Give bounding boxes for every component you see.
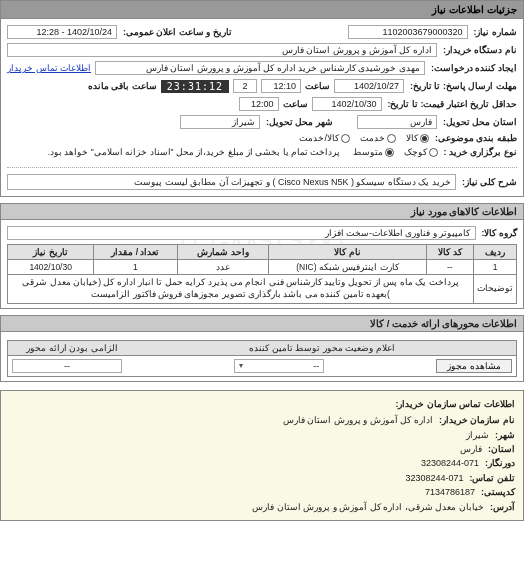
cell-code: -- — [426, 260, 473, 275]
purchase-type-label: نوع برگزاری خرید : — [442, 147, 518, 157]
radio-medium[interactable]: متوسط — [353, 147, 394, 157]
contact-phone-label: تلفن تماس: — [468, 471, 516, 485]
radio-goods[interactable]: کالا — [406, 133, 429, 143]
view-license-button[interactable]: مشاهده مجوز — [436, 359, 512, 373]
radio-service-label: خدمت — [360, 133, 385, 143]
contact-fax-label: دورنگار: — [483, 456, 515, 470]
buyer-contact-link[interactable]: اطلاعات تماس خریدار — [7, 63, 91, 73]
category-label: طبقه بندی موضوعی: — [433, 133, 517, 143]
purchase-radio-group: کوچک متوسط — [353, 147, 438, 157]
cell-qty: 1 — [94, 260, 177, 275]
contact-addr-value: خیابان معدل شرقی، اداره کل آموزش و پرورش… — [252, 500, 484, 514]
summary-label: شرح کلی نیاز: — [460, 177, 517, 187]
contact-fax-value: 32308244-071 — [421, 456, 479, 470]
announce-value: 1402/10/24 - 12:28 — [7, 25, 117, 39]
section-axes-header: اطلاعات محورهای ارائه خدمت / کالا — [0, 315, 524, 332]
time-label-2: ساعت — [283, 99, 308, 109]
cell-row: 1 — [474, 260, 517, 275]
radio-dot-icon — [429, 148, 438, 157]
radio-service[interactable]: خدمت — [360, 133, 396, 143]
city-value: شیراز — [180, 115, 260, 129]
axes-mandatory-text: -- — [64, 361, 70, 371]
contact-prov-value: فارس — [460, 442, 482, 456]
section-goods-header: اطلاعات کالاهای مورد نیاز — [0, 203, 524, 220]
radio-dot-icon — [385, 148, 394, 157]
axes-table-header: اعلام وضعیت محور توسط تامین کننده الزامی… — [7, 340, 517, 356]
buyer-contact-box: اطلاعات تماس سازمان خریدار: نام سازمان خ… — [0, 390, 524, 521]
axes-mandatory-value: -- — [12, 359, 122, 373]
category-radio-group: کالا خدمت کالا/خدمت — [299, 133, 429, 143]
axes-status-select[interactable]: -- ▾ — [234, 359, 324, 373]
contact-addr-label: آدرس: — [488, 500, 515, 514]
axes-status-col: اعلام وضعیت محور توسط تامین کننده — [132, 343, 512, 353]
city-label: شهر محل تحویل: — [264, 117, 333, 127]
col-need-date: تاریخ نیاز — [8, 245, 94, 260]
col-code: کد کالا — [426, 245, 473, 260]
remaining-suffix: ساعت باقی مانده — [88, 81, 157, 91]
treasury-note: پرداخت تمام یا بخشی از مبلغ خرید،از محل … — [48, 147, 341, 157]
contact-postal-label: کدپستی: — [479, 485, 515, 499]
table-header-row: ردیف کد کالا نام کالا واحد شمارش تعداد /… — [8, 245, 517, 260]
col-unit: واحد شمارش — [177, 245, 269, 260]
radio-both[interactable]: کالا/خدمت — [299, 133, 350, 143]
radio-small[interactable]: کوچک — [404, 147, 438, 157]
items-table: ردیف کد کالا نام کالا واحد شمارش تعداد /… — [7, 244, 517, 304]
summary-value: خرید یک دستگاه سیسکو ( Cisco Nexus N5K )… — [7, 174, 456, 190]
validity-time: 12:00 — [239, 97, 279, 111]
need-details-body: شماره نیاز: 1102003679000320 تاریخ و ساع… — [0, 19, 524, 197]
contact-org-value: اداره کل آموزش و پرورش استان فارس — [283, 413, 433, 427]
cell-name: کارت اینترفیس شبکه (NIC) — [269, 260, 427, 275]
table-row: 1 -- کارت اینترفیس شبکه (NIC) عدد 1 1402… — [8, 260, 517, 275]
validity-label: حداقل تاریخ اعتبار قیمت: تا تاریخ: — [386, 99, 518, 109]
province-label: استان محل تحویل: — [441, 117, 517, 127]
radio-dot-icon — [341, 134, 350, 143]
axes-mandatory-col: الزامی بودن ارائه محور — [12, 343, 132, 353]
deadline-time: 12:10 — [261, 79, 301, 93]
province-value: فارس — [357, 115, 437, 129]
col-row: ردیف — [474, 245, 517, 260]
desc-label-cell: توضیحات — [474, 275, 517, 304]
goods-body: گروه کالا: کامپیوتر و فناوری اطلاعات-سخت… — [0, 220, 524, 309]
radio-medium-label: متوسط — [353, 147, 383, 157]
req-no-label: شماره نیاز: — [472, 27, 518, 37]
radio-both-label: کالا/خدمت — [299, 133, 339, 143]
buyer-org-value: اداره کل آموزش و پرورش استان فارس — [7, 43, 437, 57]
section-need-header: جزئیات اطلاعات نیاز — [0, 0, 524, 19]
col-name: نام کالا — [269, 245, 427, 260]
chevron-down-icon: ▾ — [239, 361, 243, 370]
radio-dot-icon — [420, 134, 429, 143]
time-label-1: ساعت — [305, 81, 330, 91]
goods-group-value: کامپیوتر و فناوری اطلاعات-سخت افزار — [7, 226, 476, 240]
validity-date: 1402/10/30 — [312, 97, 382, 111]
countdown-clock: 23:31:12 — [161, 80, 229, 93]
axes-body: اعلام وضعیت محور توسط تامین کننده الزامی… — [0, 332, 524, 382]
contact-prov-label: استان: — [486, 442, 515, 456]
cell-need-date: 1402/10/30 — [8, 260, 94, 275]
radio-dot-icon — [387, 134, 396, 143]
buyer-org-label: نام دستگاه خریدار: — [441, 45, 517, 55]
requester-label: ایجاد کننده درخواست: — [429, 63, 517, 73]
contact-box-title: اطلاعات تماس سازمان خریدار: — [9, 397, 515, 411]
radio-goods-label: کالا — [406, 133, 418, 143]
axes-select-value: -- — [313, 361, 319, 371]
col-qty: تعداد / مقدار — [94, 245, 177, 260]
table-desc-row: توضیحات پرداخت یک ماه پس از تحویل وتایید… — [8, 275, 517, 304]
requester-value: مهدی خورشیدی کارشناس خرید اداره کل آموزش… — [95, 61, 425, 75]
cell-unit: عدد — [177, 260, 269, 275]
contact-postal-value: 7134786187 — [425, 485, 475, 499]
axes-table-row: مشاهده مجوز -- ▾ -- — [7, 356, 517, 377]
desc-value-cell: پرداخت یک ماه پس از تحویل وتایید کارشناس… — [8, 275, 474, 304]
days-remaining: 2 — [233, 79, 257, 93]
contact-city-value: شیراز — [466, 428, 489, 442]
goods-group-label: گروه کالا: — [480, 228, 518, 238]
radio-small-label: کوچک — [404, 147, 427, 157]
deadline-label: مهلت ارسال پاسخ: تا تاریخ: — [408, 81, 517, 91]
announce-label: تاریخ و ساعت اعلان عمومی: — [121, 27, 232, 37]
contact-org-label: نام سازمان خریدار: — [437, 413, 515, 427]
req-no-value: 1102003679000320 — [348, 25, 468, 39]
deadline-date: 1402/10/27 — [334, 79, 404, 93]
contact-city-label: شهر: — [493, 428, 515, 442]
contact-phone-value: 32308244-071 — [405, 471, 463, 485]
